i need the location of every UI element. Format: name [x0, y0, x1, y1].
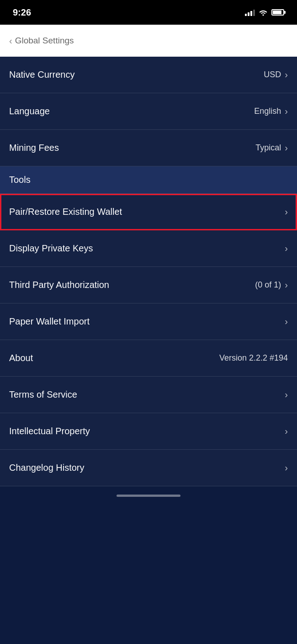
row-right-terms-of-service: ›: [285, 389, 288, 400]
settings-row-about[interactable]: AboutVersion 2.2.2 #194: [0, 340, 297, 377]
chevron-right-icon: ›: [285, 389, 288, 400]
row-label-terms-of-service: Terms of Service: [9, 389, 77, 400]
row-right-about: Version 2.2.2 #194: [219, 353, 288, 363]
settings-list: Native CurrencyUSD›LanguageEnglish›Minin…: [0, 57, 297, 486]
chevron-right-icon: ›: [285, 243, 288, 254]
row-label-changelog-history: Changelog History: [9, 463, 85, 473]
back-chevron-icon: ‹: [9, 36, 12, 46]
row-label-language: Language: [9, 106, 50, 117]
row-label-pair-restore: Pair/Restore Existing Wallet: [9, 207, 122, 217]
settings-row-changelog-history[interactable]: Changelog History›: [0, 450, 297, 486]
battery-icon: [271, 9, 284, 16]
settings-row-third-party-auth[interactable]: Third Party Authorization(0 of 1)›: [0, 267, 297, 303]
home-indicator: [0, 486, 297, 505]
row-right-changelog-history: ›: [285, 463, 288, 473]
row-label-about: About: [9, 353, 33, 363]
wifi-icon: [259, 9, 268, 16]
row-label-paper-wallet-import: Paper Wallet Import: [9, 316, 90, 327]
row-label-intellectual-property: Intellectual Property: [9, 426, 90, 436]
status-icons: [245, 9, 284, 16]
settings-row-language[interactable]: LanguageEnglish›: [0, 93, 297, 130]
chevron-right-icon: ›: [285, 143, 288, 153]
page-header: ‹ Global Settings: [0, 25, 297, 57]
row-right-native-currency: USD›: [264, 69, 288, 80]
row-right-paper-wallet-import: ›: [285, 316, 288, 327]
settings-row-native-currency[interactable]: Native CurrencyUSD›: [0, 57, 297, 93]
row-label-native-currency: Native Currency: [9, 69, 74, 80]
chevron-right-icon: ›: [285, 316, 288, 327]
row-right-display-private-keys: ›: [285, 243, 288, 254]
chevron-right-icon: ›: [285, 426, 288, 436]
back-label: Global Settings: [15, 36, 74, 46]
settings-row-display-private-keys[interactable]: Display Private Keys›: [0, 230, 297, 267]
chevron-right-icon: ›: [285, 280, 288, 290]
row-value-third-party-auth: (0 of 1): [255, 280, 281, 290]
settings-row-tools-header: Tools: [0, 166, 297, 194]
row-right-intellectual-property: ›: [285, 426, 288, 436]
settings-row-terms-of-service[interactable]: Terms of Service›: [0, 377, 297, 413]
row-right-pair-restore: ›: [285, 207, 288, 217]
row-value-native-currency: USD: [264, 70, 281, 80]
row-right-third-party-auth: (0 of 1)›: [255, 280, 288, 290]
settings-row-intellectual-property[interactable]: Intellectual Property›: [0, 413, 297, 450]
chevron-right-icon: ›: [285, 106, 288, 117]
row-value-language: English: [254, 106, 281, 116]
row-label-display-private-keys: Display Private Keys: [9, 243, 93, 254]
chevron-right-icon: ›: [285, 463, 288, 473]
status-bar: 9:26: [0, 0, 297, 25]
status-time: 9:26: [13, 7, 31, 18]
signal-icon: [245, 9, 255, 16]
back-button[interactable]: ‹ Global Settings: [9, 36, 74, 46]
chevron-right-icon: ›: [285, 69, 288, 80]
row-label-third-party-auth: Third Party Authorization: [9, 280, 109, 290]
settings-row-paper-wallet-import[interactable]: Paper Wallet Import›: [0, 303, 297, 340]
settings-row-mining-fees[interactable]: Mining FeesTypical›: [0, 130, 297, 166]
row-label-mining-fees: Mining Fees: [9, 143, 59, 153]
row-label-tools-header: Tools: [9, 175, 31, 185]
home-bar: [117, 495, 180, 497]
row-value-about: Version 2.2.2 #194: [219, 353, 288, 363]
row-value-mining-fees: Typical: [255, 143, 281, 153]
chevron-right-icon: ›: [285, 207, 288, 217]
settings-row-pair-restore[interactable]: Pair/Restore Existing Wallet›: [0, 194, 297, 230]
row-right-mining-fees: Typical›: [255, 143, 288, 153]
row-right-language: English›: [254, 106, 288, 117]
